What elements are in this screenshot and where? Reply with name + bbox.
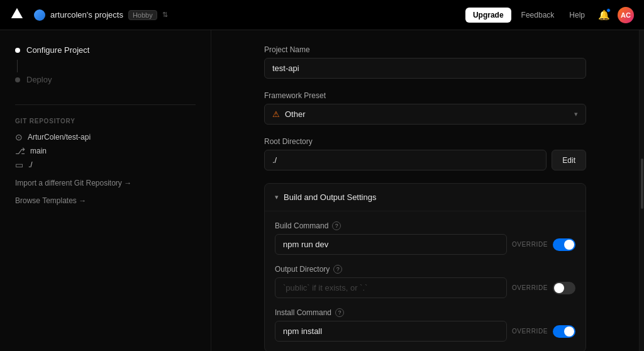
output-directory-help-icon[interactable]: ? (333, 265, 342, 274)
scrollbar-thumb (641, 159, 643, 209)
step-deploy: Deploy (15, 75, 196, 84)
browse-templates-label: Browse Templates → (15, 196, 86, 205)
framework-preset-label: Framework Preset (264, 91, 586, 100)
edit-button[interactable]: Edit (552, 150, 586, 170)
project-name-group: Project Name (264, 45, 586, 79)
git-repo-section-label: GIT REPOSITORY (15, 118, 196, 125)
repo-branch-item: ⎇ main (15, 146, 196, 156)
build-override-label: OVERRIDE (512, 241, 548, 248)
upgrade-button[interactable]: Upgrade (465, 8, 511, 23)
framework-preset-value: Other (285, 109, 306, 119)
install-command-help-icon[interactable]: ? (335, 308, 344, 317)
build-command-input[interactable] (275, 234, 507, 255)
build-output-header[interactable]: ▾ Build and Output Settings (265, 184, 586, 211)
install-command-override-row: OVERRIDE (275, 321, 575, 342)
sidebar: Configure Project Deploy GIT REPOSITORY … (0, 30, 211, 351)
build-output-title: Build and Output Settings (284, 192, 376, 202)
right-panel: Project Name Framework Preset ⚠ Other ▾ (211, 30, 639, 351)
main-layout: Configure Project Deploy GIT REPOSITORY … (0, 30, 644, 351)
plan-badge: Hobby (128, 10, 157, 20)
step-deploy-dot (15, 77, 20, 82)
build-output-section: ▾ Build and Output Settings Build Comman… (264, 183, 586, 351)
root-directory-row: Edit (264, 150, 586, 170)
build-command-toggle[interactable] (553, 238, 575, 251)
notifications-button[interactable]: 🔔 (595, 6, 613, 24)
framework-preset-group: Framework Preset ⚠ Other ▾ (264, 91, 586, 125)
output-override-label: OVERRIDE (512, 284, 548, 291)
import-repo-label: Import a different Git Repository → (15, 179, 131, 187)
project-chevron-icon[interactable]: ⇅ (162, 11, 168, 19)
framework-chevron-icon: ▾ (574, 110, 578, 118)
org-avatar (34, 9, 45, 21)
project-name-label: Project Name (264, 45, 586, 54)
section-chevron-icon: ▾ (275, 193, 279, 201)
topnav: arturcolen's projects Hobby ⇅ Upgrade Fe… (0, 0, 644, 30)
root-directory-group: Root Directory Edit (264, 137, 586, 170)
avatar-initials: AC (621, 11, 631, 19)
repo-name-item: ⊙ ArturColen/test-api (15, 132, 196, 142)
output-directory-input[interactable] (275, 277, 507, 298)
install-command-input[interactable] (275, 321, 507, 342)
vercel-logo-icon (10, 7, 24, 21)
root-directory-label: Root Directory (264, 137, 586, 146)
output-directory-group: Output Directory ? OVERRIDE (275, 265, 575, 298)
github-icon: ⊙ (15, 132, 23, 142)
steps: Configure Project Deploy (15, 45, 196, 84)
output-directory-toggle[interactable] (553, 282, 575, 294)
repo-dir-item: ▭ ./ (15, 160, 196, 170)
import-repo-link[interactable]: Import a different Git Repository → (15, 179, 196, 187)
build-command-group: Build Command ? OVERRIDE (275, 221, 575, 255)
step-configure: Configure Project (15, 45, 196, 55)
feedback-button[interactable]: Feedback (516, 8, 560, 22)
scrollbar[interactable] (639, 30, 644, 351)
browse-templates-link[interactable]: Browse Templates → (15, 196, 196, 205)
repo-dir: ./ (28, 160, 33, 169)
step-configure-dot (15, 48, 20, 53)
sidebar-divider (15, 104, 196, 105)
framework-preset-select[interactable]: ⚠ Other ▾ (264, 104, 586, 125)
folder-icon: ▭ (15, 160, 23, 170)
repo-branch: main (30, 147, 47, 155)
step-connector (17, 60, 18, 72)
repo-name: ArturColen/test-api (28, 133, 91, 142)
project-name-input[interactable] (264, 58, 586, 79)
build-output-body: Build Command ? OVERRIDE (265, 211, 586, 351)
content-area: Project Name Framework Preset ⚠ Other ▾ (211, 30, 639, 351)
notification-dot (606, 8, 611, 13)
install-override-label: OVERRIDE (512, 328, 548, 335)
help-button[interactable]: Help (564, 8, 590, 22)
install-command-group: Install Command ? OVERRIDE (275, 308, 575, 342)
install-command-label: Install Command (275, 308, 331, 317)
vercel-logo[interactable] (10, 7, 24, 23)
build-command-override-row: OVERRIDE (275, 234, 575, 255)
install-command-toggle[interactable] (553, 325, 575, 338)
form-container: Project Name Framework Preset ⚠ Other ▾ (249, 45, 601, 351)
output-directory-override-row: OVERRIDE (275, 277, 575, 298)
output-directory-label: Output Directory (275, 265, 330, 274)
org-name: arturcolen's projects (50, 10, 123, 20)
step-configure-label: Configure Project (26, 45, 89, 55)
project-brand: arturcolen's projects Hobby ⇅ (34, 9, 168, 21)
user-avatar[interactable]: AC (618, 7, 634, 23)
branch-icon: ⎇ (15, 146, 25, 156)
topnav-actions: Upgrade Feedback Help 🔔 AC (465, 6, 634, 24)
root-directory-input[interactable] (264, 150, 547, 170)
step-deploy-label: Deploy (26, 75, 52, 84)
build-command-help-icon[interactable]: ? (332, 221, 341, 230)
build-command-label: Build Command (275, 221, 328, 230)
framework-warning-icon: ⚠ (272, 109, 280, 119)
